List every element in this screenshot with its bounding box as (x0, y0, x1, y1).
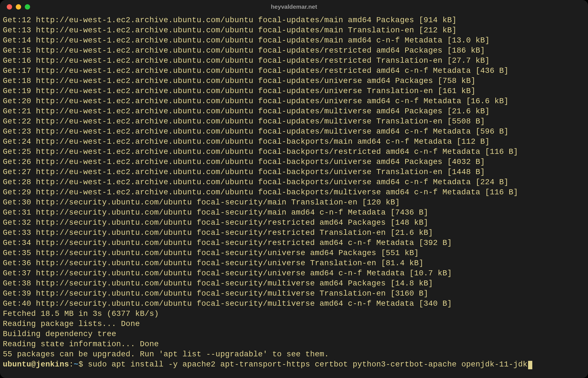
output-line: Get:28 http://eu-west-1.ec2.archive.ubun… (3, 177, 585, 187)
output-line: Building dependency tree (3, 329, 585, 339)
output-line: Get:17 http://eu-west-1.ec2.archive.ubun… (3, 66, 585, 76)
close-window-button[interactable] (7, 4, 12, 10)
output-line: Get:26 http://eu-west-1.ec2.archive.ubun… (3, 157, 585, 167)
output-line: Reading package lists... Done (3, 319, 585, 329)
prompt-path: ~ (74, 360, 78, 369)
cursor-icon (528, 361, 532, 369)
output-line: Get:36 http://security.ubuntu.com/ubuntu… (3, 258, 585, 268)
minimize-window-button[interactable] (16, 4, 21, 10)
output-line: Get:24 http://eu-west-1.ec2.archive.ubun… (3, 137, 585, 147)
prompt-line: ubuntu@jenkins:~$ sudo apt install -y ap… (3, 359, 585, 370)
output-line: Get:31 http://security.ubuntu.com/ubuntu… (3, 208, 585, 218)
prompt-user: ubuntu (3, 360, 31, 369)
prompt-colon: : (69, 360, 74, 369)
output-line: Get:32 http://security.ubuntu.com/ubuntu… (3, 218, 585, 228)
output-line: Get:39 http://security.ubuntu.com/ubuntu… (3, 289, 585, 299)
output-line: Get:35 http://security.ubuntu.com/ubuntu… (3, 248, 585, 258)
output-line: Get:34 http://security.ubuntu.com/ubuntu… (3, 238, 585, 248)
output-line: Get:27 http://eu-west-1.ec2.archive.ubun… (3, 167, 585, 177)
output-line: 55 packages can be upgraded. Run 'apt li… (3, 349, 585, 359)
output-line: Reading state information... Done (3, 339, 585, 349)
output-line: Get:21 http://eu-west-1.ec2.archive.ubun… (3, 106, 585, 116)
window-titlebar: heyvaldemar.net (0, 0, 588, 14)
output-line: Get:38 http://security.ubuntu.com/ubuntu… (3, 278, 585, 289)
window-title: heyvaldemar.net (0, 3, 588, 10)
output-line: Get:37 http://security.ubuntu.com/ubuntu… (3, 268, 585, 278)
output-line: Get:16 http://eu-west-1.ec2.archive.ubun… (3, 56, 585, 66)
output-line: Get:25 http://eu-west-1.ec2.archive.ubun… (3, 147, 585, 157)
prompt-at: @ (31, 360, 36, 369)
prompt-host: jenkins (36, 360, 69, 369)
output-line: Get:14 http://eu-west-1.ec2.archive.ubun… (3, 35, 585, 46)
output-line: Get:13 http://eu-west-1.ec2.archive.ubun… (3, 25, 585, 35)
output-line: Get:23 http://eu-west-1.ec2.archive.ubun… (3, 127, 585, 137)
terminal-window: heyvaldemar.net Get:12 http://eu-west-1.… (0, 0, 588, 378)
output-line: Get:18 http://eu-west-1.ec2.archive.ubun… (3, 76, 585, 86)
output-line: Get:15 http://eu-west-1.ec2.archive.ubun… (3, 46, 585, 56)
output-line: Get:22 http://eu-west-1.ec2.archive.ubun… (3, 116, 585, 127)
maximize-window-button[interactable] (25, 4, 30, 10)
output-line: Get:30 http://security.ubuntu.com/ubuntu… (3, 197, 585, 208)
output-line: Get:12 http://eu-west-1.ec2.archive.ubun… (3, 15, 585, 25)
output-line: Fetched 18.5 MB in 3s (6377 kB/s) (3, 309, 585, 319)
terminal-output[interactable]: Get:12 http://eu-west-1.ec2.archive.ubun… (0, 14, 588, 372)
prompt-dollar: $ (78, 360, 88, 369)
output-line: Get:20 http://eu-west-1.ec2.archive.ubun… (3, 96, 585, 106)
window-controls (7, 4, 30, 10)
command-input[interactable]: sudo apt install -y apache2 apt-transpor… (88, 360, 528, 369)
output-line: Get:40 http://security.ubuntu.com/ubuntu… (3, 299, 585, 309)
output-line: Get:29 http://eu-west-1.ec2.archive.ubun… (3, 187, 585, 197)
output-line: Get:33 http://security.ubuntu.com/ubuntu… (3, 228, 585, 238)
output-line: Get:19 http://eu-west-1.ec2.archive.ubun… (3, 86, 585, 96)
